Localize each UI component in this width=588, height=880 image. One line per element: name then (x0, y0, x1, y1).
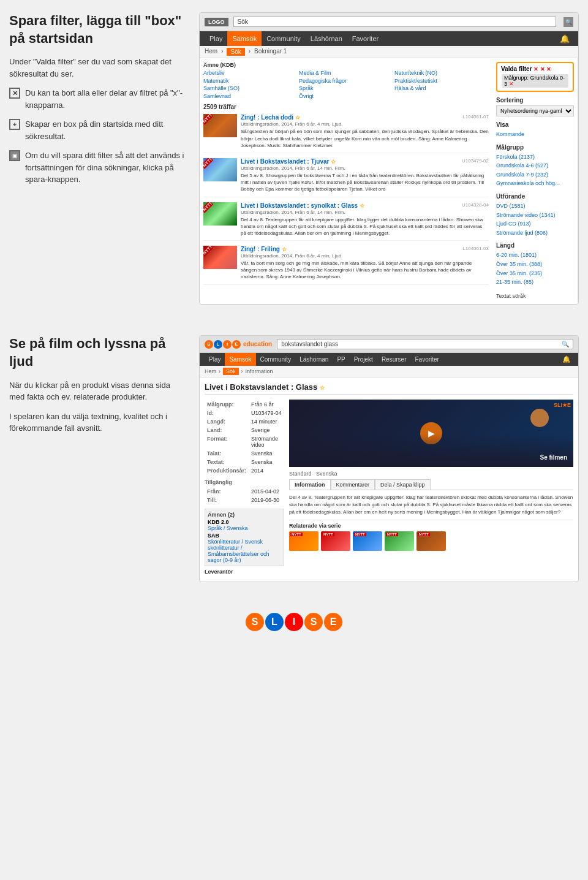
subject-col-2: Media & Film Pedagogiska frågor Språk Öv… (299, 62, 393, 100)
crumb2-sok[interactable]: Sök (223, 368, 239, 375)
result-title-3[interactable]: Livet i Bokstavslandet : synolkat : Glas… (241, 202, 489, 209)
sab-label: SAB (208, 533, 281, 539)
sli-logo-large: S L I S E (246, 613, 342, 631)
subj-samhalle[interactable]: Samhälle (SO) (203, 85, 298, 93)
meta-row-talat: Talat: Svenska (206, 450, 283, 457)
results-area: Ämne (KDB) Arbetsliv Matematik Samhälle … (200, 58, 492, 304)
info-text: Del 4 av 8. Teatergruppen för allt knepi… (289, 494, 573, 516)
anven-title: Ämnen (2) (208, 512, 281, 518)
nav2-resurser[interactable]: Resurser (377, 353, 411, 366)
nav-community[interactable]: Community (262, 31, 306, 46)
search-icon-bottom: 🔍 (562, 341, 569, 347)
malgrupp-grundskola-46[interactable]: Grundskola 4-6 (527) (496, 161, 574, 170)
player-standard[interactable]: Standard (289, 471, 312, 477)
crumb-sok[interactable]: Sök (227, 48, 244, 56)
bottom-para2: I spelaren kan du välja textning, kvalit… (9, 411, 187, 434)
result-title-2[interactable]: Livet i Bokstavslandet : Tjuvar ☆ (241, 158, 489, 165)
nav2-favoriter[interactable]: Favoriter (410, 353, 443, 366)
sab-link[interactable]: Skönlitteratur / Svensk skönlitteratur /… (208, 539, 281, 563)
utforande-streaming-video[interactable]: Strömande video (1341) (496, 211, 574, 220)
result-title-1[interactable]: Zing! : Lecha dodi ☆ (241, 114, 489, 121)
malgrupp-grundskola-79[interactable]: Grundskola 7-9 (232) (496, 170, 574, 180)
nav-lashornan[interactable]: Läshörnan (306, 31, 347, 46)
langd-over235[interactable]: Över 35 min. (235) (496, 269, 574, 278)
filter-tag-malgrupp[interactable]: Målgrupp: Grundskola 0-3 ✕ (502, 74, 568, 88)
nav2-play[interactable]: Play (205, 353, 225, 366)
filter-close-btn[interactable]: ✕ ✕ ✕ (533, 66, 551, 72)
meta-row-till: Till: 2019-06-30 (206, 496, 283, 504)
thumb-3: NYTT (203, 202, 237, 226)
tab-dela[interactable]: Dela / Skapa klipp (375, 479, 431, 490)
player-svenska[interactable]: Svenska (316, 471, 337, 477)
crumb-bokningar[interactable]: Bokningar 1 (254, 48, 287, 56)
related-thumb-3[interactable]: NYTT (353, 531, 382, 551)
search-bar-bottom: bokstavslandet glass 🔍 (277, 339, 573, 349)
subject-filters: Ämne (KDB) Arbetsliv Matematik Samhälle … (203, 62, 489, 100)
subj-ovrigt[interactable]: Övrigt (299, 93, 393, 101)
value-land: Sverige (250, 427, 283, 434)
nav-play[interactable]: Play (205, 31, 227, 46)
breadcrumb-top: Hem › Sök › Bokningar 1 (200, 46, 578, 58)
top-section: Spara filter, lägga till "box" på starts… (0, 0, 588, 317)
subj-sprak[interactable]: Språk (299, 85, 393, 93)
textat-sorak[interactable]: Textat söråk (496, 292, 574, 301)
tab-information[interactable]: Information (289, 479, 331, 490)
result-title-4[interactable]: Zing! : Friling ☆ (241, 246, 489, 252)
nav-samsok[interactable]: Samsök (227, 31, 262, 46)
malgrupp-gymnasie[interactable]: Gymnasieskola och hög... (496, 179, 574, 188)
label-format: Format: (206, 435, 249, 449)
valda-filter-title: Valda filter ✕ ✕ ✕ (501, 66, 569, 72)
langd-title: Längd (496, 242, 574, 249)
subj-media[interactable]: Media & Film (299, 69, 393, 77)
crumb-hem[interactable]: Hem (205, 48, 217, 56)
bell-icon: 🔔 (556, 32, 573, 46)
meta-row-format: Format: Strömande video (206, 435, 283, 449)
video-container: SLI★E ▶ Se filmen (289, 400, 573, 467)
related-thumb-5[interactable]: NYTT (417, 531, 446, 551)
step3-item: ▣ Om du vill spara ditt filter så att de… (9, 150, 187, 186)
value-till: 2019-06-30 (250, 496, 283, 504)
crumb2-information[interactable]: Information (246, 368, 273, 374)
result-id-1: L104061-07 (462, 114, 489, 119)
browser-mockup-bottom: S L I E education bokstavslandet glass 🔍… (199, 335, 579, 582)
related-thumb-1[interactable]: NYTT (289, 531, 318, 551)
related-thumbs: NYTT NYTT NYTT NYTT (289, 531, 573, 551)
nav2-pp[interactable]: PP (333, 353, 349, 366)
product-title: Livet i Bokstavslandet : Glass ☆ (205, 382, 573, 395)
utforande-ljud-cd[interactable]: Ljud-CD (913) (496, 219, 574, 229)
nav2-projekt[interactable]: Projekt (350, 353, 377, 366)
label-fran: Från: (206, 488, 249, 495)
col3-spacer (394, 62, 489, 68)
nav2-samsok[interactable]: Samsök (225, 353, 255, 366)
crumb2-hem[interactable]: Hem (205, 368, 216, 374)
utforande-streaming-ljud[interactable]: Strömande ljud (806) (496, 229, 574, 238)
related-thumb-2[interactable]: NYTT (321, 531, 350, 551)
malgrupp-forskola[interactable]: Förskola (2137) (496, 153, 574, 162)
subj-arbetsliv[interactable]: Arbetsliv (203, 69, 298, 77)
subj-samlevnad[interactable]: Samlevnad (203, 93, 298, 101)
browser-chrome-bottom: S L I E education bokstavslandet glass 🔍 (200, 336, 578, 353)
langd-620[interactable]: 6-20 min. (1801) (496, 251, 574, 260)
footer-s2-letter: S (304, 613, 323, 631)
subj-matematik[interactable]: Matematik (203, 77, 298, 85)
langd-over388[interactable]: Över 35 min. (388) (496, 260, 574, 269)
sort-select[interactable]: Nyhetsordering nya-gamla (496, 105, 574, 116)
step1-text: Du kan ta bort alla eller delar av filtr… (25, 87, 187, 111)
kommande-filter[interactable]: Kommande (496, 130, 574, 139)
related-thumb-4[interactable]: NYTT (385, 531, 414, 551)
product-page: Livet i Bokstavslandet : Glass ☆ Målgrup… (200, 377, 578, 582)
subj-pedagogisk[interactable]: Pedagogiska frågor (299, 77, 393, 85)
player-controls: Standard Svenska (289, 471, 573, 477)
nav2-lashornan[interactable]: Läshörnan (295, 353, 333, 366)
tab-kommentarer[interactable]: Kommentarer (331, 479, 375, 490)
subject-col-3: Natur/teknik (NO) Praktiskt/estetiskt Hä… (394, 62, 489, 100)
product-meta: Målgrupp: Från 6 år Id: U103479-04 Längd… (205, 400, 284, 577)
subj-halsa[interactable]: Hälsa & vård (394, 85, 489, 93)
nav2-community[interactable]: Community (256, 353, 296, 366)
langd-2135[interactable]: 21-35 min. (85) (496, 278, 574, 287)
nav-favoriter[interactable]: Favoriter (347, 31, 383, 46)
subj-praktiskt[interactable]: Praktiskt/estetiskt (394, 77, 489, 85)
utforande-dvd[interactable]: DVD (1581) (496, 202, 574, 211)
kdb-link-sprak[interactable]: Språk / Svenska (208, 525, 281, 531)
subj-natur[interactable]: Natur/teknik (NO) (394, 69, 489, 77)
